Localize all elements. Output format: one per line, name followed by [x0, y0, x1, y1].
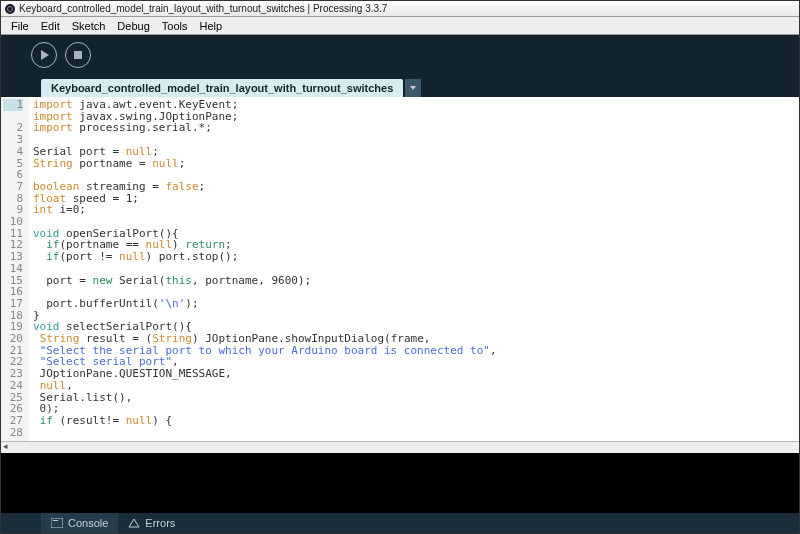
toolbar — [1, 35, 799, 75]
line-gutter: 1 2 3 4 5 6 7 8 9 10 11 12 13 14 15 16 1… — [1, 97, 29, 441]
app-window: Keyboard_controlled_model_train_layout_w… — [0, 0, 800, 534]
console-label: Console — [68, 517, 108, 529]
tab-dropdown-icon[interactable] — [405, 79, 421, 97]
sketch-tab[interactable]: Keyboard_controlled_model_train_layout_w… — [41, 79, 403, 97]
code-area[interactable]: import java.awt.event.KeyEvent; import j… — [29, 97, 799, 441]
tab-bar: Keyboard_controlled_model_train_layout_w… — [1, 75, 799, 97]
code-editor[interactable]: 1 2 3 4 5 6 7 8 9 10 11 12 13 14 15 16 1… — [1, 97, 799, 441]
warning-icon — [128, 518, 140, 528]
console-icon — [51, 518, 63, 528]
menu-tools[interactable]: Tools — [156, 20, 194, 32]
titlebar[interactable]: Keyboard_controlled_model_train_layout_w… — [1, 1, 799, 17]
console-panel[interactable] — [1, 453, 799, 513]
errors-tab[interactable]: Errors — [118, 513, 185, 533]
menubar: File Edit Sketch Debug Tools Help — [1, 17, 799, 35]
window-title: Keyboard_controlled_model_train_layout_w… — [19, 3, 387, 14]
stop-button[interactable] — [65, 42, 91, 68]
svg-rect-1 — [53, 520, 58, 521]
menu-file[interactable]: File — [5, 20, 35, 32]
run-button[interactable] — [31, 42, 57, 68]
horizontal-scrollbar[interactable] — [1, 441, 799, 453]
svg-rect-0 — [51, 518, 63, 528]
menu-edit[interactable]: Edit — [35, 20, 66, 32]
menu-help[interactable]: Help — [193, 20, 228, 32]
menu-debug[interactable]: Debug — [111, 20, 155, 32]
menu-sketch[interactable]: Sketch — [66, 20, 112, 32]
errors-label: Errors — [145, 517, 175, 529]
processing-icon — [5, 4, 15, 14]
console-tab[interactable]: Console — [41, 513, 118, 533]
footer: Console Errors — [1, 513, 799, 533]
